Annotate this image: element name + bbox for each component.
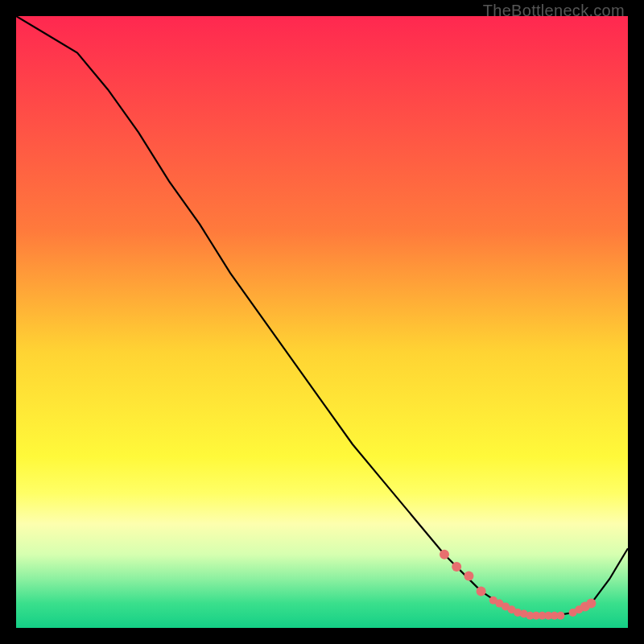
watermark-text: TheBottleneck.com (483, 2, 625, 20)
highlight-dot (464, 571, 473, 580)
highlight-dot (440, 550, 449, 559)
highlight-dot (477, 586, 486, 596)
highlight-dot (586, 599, 596, 609)
gradient-background (16, 16, 628, 628)
bottleneck-chart (16, 16, 628, 628)
highlight-dot (452, 562, 461, 572)
highlight-dot (556, 612, 564, 620)
